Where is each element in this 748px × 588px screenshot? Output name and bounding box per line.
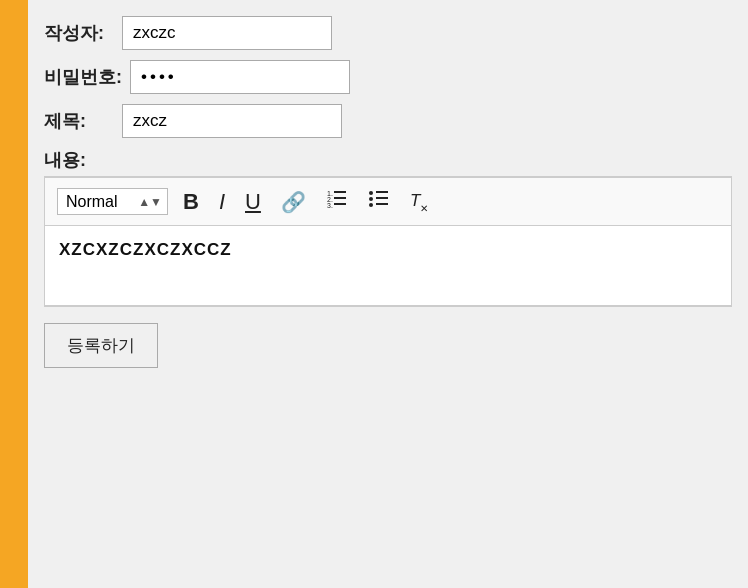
underline-button[interactable]: U (240, 187, 266, 217)
bold-button[interactable]: B (178, 187, 204, 217)
svg-point-6 (369, 191, 373, 195)
subject-input[interactable] (122, 104, 342, 138)
editor-body[interactable]: XZCXZCZXCZXCCZ (45, 226, 731, 306)
style-select[interactable]: Normal Heading 1 Heading 2 Heading 3 (57, 188, 168, 215)
subject-row: 제목: (44, 104, 732, 138)
svg-point-8 (369, 197, 373, 201)
author-row: 작성자: (44, 16, 732, 50)
svg-point-10 (369, 203, 373, 207)
svg-rect-9 (376, 197, 388, 199)
unordered-list-button[interactable] (363, 186, 395, 217)
password-label: 비밀번호: (44, 65, 122, 89)
content-label: 내용: (44, 148, 114, 172)
editor-footer: 등록하기 (44, 307, 732, 368)
clear-format-button[interactable]: T✕ (405, 189, 433, 214)
subject-label: 제목: (44, 109, 114, 133)
link-icon: 🔗 (281, 190, 306, 214)
left-bar (0, 0, 28, 588)
submit-button[interactable]: 등록하기 (44, 323, 158, 368)
unordered-list-icon (368, 188, 390, 215)
svg-rect-11 (376, 203, 388, 205)
link-button[interactable]: 🔗 (276, 188, 311, 216)
svg-text:3.: 3. (327, 202, 333, 209)
main-content: 작성자: 비밀번호: 제목: 내용: Normal Heading 1 Head… (28, 0, 748, 588)
password-input[interactable] (130, 60, 350, 94)
ordered-list-button[interactable]: 1. 2. 3. (321, 186, 353, 217)
author-label: 작성자: (44, 21, 114, 45)
style-select-wrapper[interactable]: Normal Heading 1 Heading 2 Heading 3 ▲▼ (57, 188, 168, 215)
svg-rect-5 (334, 203, 346, 205)
svg-rect-7 (376, 191, 388, 193)
author-input[interactable] (122, 16, 332, 50)
editor-wrapper: Normal Heading 1 Heading 2 Heading 3 ▲▼ … (44, 176, 732, 307)
content-row: 내용: (44, 148, 732, 172)
svg-rect-3 (334, 197, 346, 199)
italic-button[interactable]: I (214, 187, 230, 217)
clear-format-icon: T✕ (410, 191, 428, 212)
editor-toolbar: Normal Heading 1 Heading 2 Heading 3 ▲▼ … (45, 177, 731, 226)
password-row: 비밀번호: (44, 60, 732, 94)
editor-content: XZCXZCZXCZXCCZ (59, 240, 232, 259)
svg-rect-1 (334, 191, 346, 193)
ordered-list-icon: 1. 2. 3. (326, 188, 348, 215)
